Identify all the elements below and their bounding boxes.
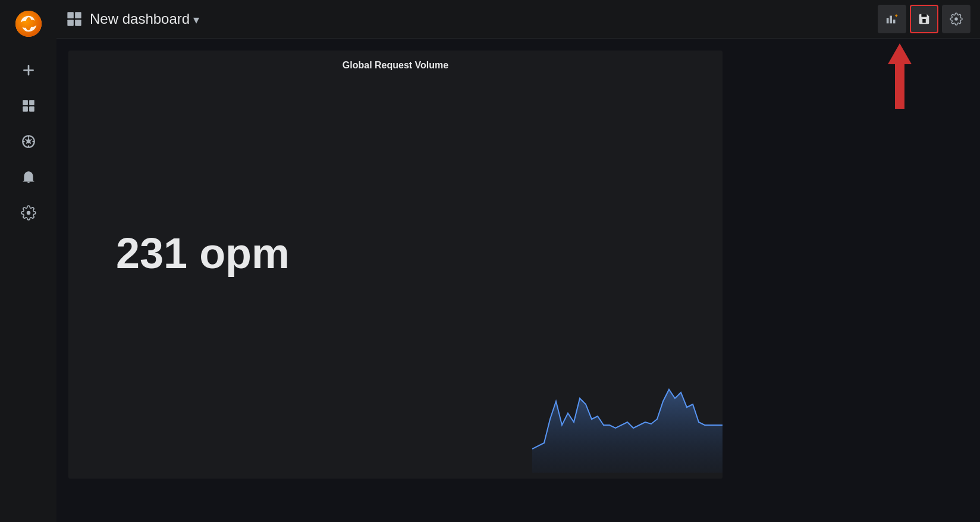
svg-rect-14	[67, 20, 74, 26]
svg-rect-12	[67, 12, 74, 18]
svg-rect-16	[887, 18, 889, 23]
topbar-actions: +	[878, 5, 970, 33]
dashboard-panels-icon	[66, 11, 83, 27]
sidebar-item-explore[interactable]	[12, 125, 45, 158]
dashboard-settings-button[interactable]	[942, 5, 970, 33]
panel-global-request-volume: Global Request Volume 231 opm	[68, 51, 723, 479]
svg-rect-15	[75, 20, 81, 26]
svg-rect-3	[29, 100, 34, 105]
svg-rect-13	[75, 12, 81, 18]
svg-rect-18	[893, 20, 896, 23]
sidebar-item-alerting[interactable]	[12, 161, 45, 193]
svg-rect-5	[29, 106, 34, 112]
grafana-logo[interactable]	[11, 6, 46, 42]
sidebar-item-configuration[interactable]	[12, 196, 45, 229]
svg-rect-4	[23, 106, 28, 112]
panel-title: Global Request Volume	[68, 51, 723, 76]
sidebar	[0, 0, 56, 522]
sidebar-item-dashboards[interactable]	[12, 89, 45, 122]
sparkline-chart	[532, 366, 723, 479]
main-area: New dashboard▾ +	[56, 0, 980, 522]
page-title: New dashboard▾	[90, 11, 871, 27]
stat-number: 231 opm	[116, 229, 290, 278]
dashboard-content: Global Request Volume 231 opm	[56, 39, 980, 522]
svg-text:+: +	[895, 13, 898, 19]
svg-rect-2	[23, 100, 28, 105]
svg-rect-20	[922, 19, 926, 23]
sidebar-item-create[interactable]	[12, 54, 45, 86]
add-panel-button[interactable]: +	[878, 5, 906, 33]
topbar: New dashboard▾ +	[56, 0, 980, 39]
svg-rect-17	[890, 16, 892, 24]
svg-point-1	[15, 11, 42, 37]
save-dashboard-button[interactable]	[910, 5, 938, 33]
